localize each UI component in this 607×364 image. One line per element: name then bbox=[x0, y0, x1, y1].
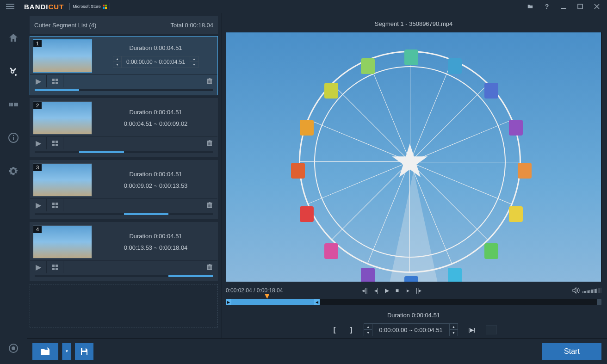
segment-play-button[interactable]: ▶ bbox=[30, 261, 47, 273]
svg-rect-13 bbox=[52, 141, 55, 143]
svg-rect-8 bbox=[13, 135, 14, 136]
segment-list-header: Cutter Segment List (4) Total 0:00:18.04 bbox=[30, 16, 218, 34]
segment-grid-button[interactable] bbox=[47, 261, 63, 273]
minimize-button[interactable] bbox=[555, 0, 572, 13]
next-frame-button[interactable]: ||▸ bbox=[416, 287, 421, 294]
svg-rect-11 bbox=[52, 82, 55, 84]
svg-rect-3 bbox=[11, 103, 13, 106]
svg-rect-7 bbox=[13, 137, 14, 140]
nav-join[interactable] bbox=[7, 98, 20, 111]
record-button[interactable] bbox=[9, 344, 18, 353]
microsoft-logo-icon bbox=[103, 5, 107, 9]
segment-thumbnail[interactable]: 2 bbox=[33, 101, 92, 135]
start-button[interactable]: Start bbox=[542, 343, 601, 360]
nav-cut[interactable] bbox=[7, 65, 20, 78]
segment-play-button[interactable]: ▶ bbox=[30, 199, 47, 211]
svg-rect-14 bbox=[56, 141, 58, 143]
segment-item-1[interactable]: 1 Duration 0:00:04.51 ▲▼ 0:00:00.00 ~ 0:… bbox=[30, 36, 218, 95]
timeline[interactable]: ▶ ◀ bbox=[226, 299, 601, 305]
svg-rect-4 bbox=[14, 103, 16, 106]
range-end-down[interactable]: ▼ bbox=[449, 330, 458, 336]
help-button[interactable]: ? bbox=[539, 0, 555, 13]
svg-rect-0 bbox=[561, 8, 566, 9]
svg-rect-9 bbox=[52, 79, 55, 81]
preview-panel: Segment 1 - 350896790.mp4 0:00:02.04 / 0… bbox=[222, 13, 607, 364]
nav-settings[interactable] bbox=[7, 165, 20, 178]
svg-rect-22 bbox=[56, 265, 58, 267]
segment-delete-button[interactable] bbox=[201, 137, 217, 149]
nav-rail bbox=[0, 13, 27, 364]
segment-placeholder[interactable] bbox=[30, 284, 218, 327]
bottom-bar: ▼ Start bbox=[27, 338, 607, 364]
segment-duration-label: Duration 0:00:04.51 bbox=[387, 312, 440, 319]
svg-rect-27 bbox=[82, 352, 87, 355]
step-back-button[interactable]: ◂| bbox=[374, 287, 378, 294]
svg-rect-23 bbox=[52, 268, 55, 270]
segment-duration: Duration 0:00:04.51 bbox=[129, 109, 182, 116]
segment-thumbnail[interactable]: 3 bbox=[33, 163, 92, 197]
hamburger-menu-icon[interactable] bbox=[2, 0, 19, 13]
segment-item-3[interactable]: 3 Duration 0:00:04.51 0:00:09.02 ~ 0:00:… bbox=[30, 160, 218, 219]
segment-item-4[interactable]: 4 Duration 0:00:04.51 0:00:13.53 ~ 0:00:… bbox=[30, 222, 218, 281]
range-end-handle[interactable]: ◀ bbox=[314, 299, 320, 305]
segment-item-2[interactable]: 2 Duration 0:00:04.51 0:00:04.51 ~ 0:00:… bbox=[30, 98, 218, 157]
range-start-up[interactable]: ▲ bbox=[364, 324, 372, 330]
open-folder-icon[interactable] bbox=[522, 0, 539, 13]
segment-range-text: 0:00:09.02 ~ 0:00:13.53 bbox=[124, 182, 188, 189]
app-logo: BANDICUT bbox=[24, 3, 64, 11]
range-time-input[interactable]: ▲▼ 0:00:00.00 ~ 0:00:04.51 ▲▼ bbox=[364, 323, 458, 336]
svg-rect-5 bbox=[16, 103, 18, 106]
segment-grid-button[interactable] bbox=[47, 199, 63, 211]
step-forward-button[interactable]: |▸ bbox=[405, 287, 409, 294]
end-marker-button[interactable] bbox=[486, 325, 497, 334]
playback-controls: 0:00:02.04 / 0:00:18.04 ◂|| ◂| ▶ ■ |▸ ||… bbox=[226, 282, 601, 296]
segment-play-button[interactable]: ▶ bbox=[30, 137, 47, 149]
preview-title: Segment 1 - 350896790.mp4 bbox=[226, 16, 601, 32]
segment-grid-button[interactable] bbox=[47, 75, 63, 87]
nav-info[interactable] bbox=[7, 131, 20, 144]
save-button[interactable] bbox=[75, 343, 93, 360]
segment-thumbnail[interactable]: 4 bbox=[33, 225, 92, 259]
open-file-dropdown[interactable]: ▼ bbox=[62, 343, 71, 360]
set-start-button[interactable]: [ bbox=[330, 325, 339, 334]
playback-time: 0:00:02.04 / 0:00:18.04 bbox=[226, 287, 283, 294]
close-button[interactable] bbox=[588, 0, 605, 13]
nav-home[interactable] bbox=[7, 31, 20, 44]
range-end-up[interactable]: ▲ bbox=[449, 324, 458, 330]
segment-delete-button[interactable] bbox=[201, 199, 217, 211]
svg-rect-15 bbox=[52, 144, 55, 146]
segment-list-panel: Cutter Segment List (4) Total 0:00:18.04… bbox=[27, 13, 222, 364]
play-segment-button[interactable]: [▶] bbox=[466, 325, 477, 334]
svg-rect-24 bbox=[56, 268, 58, 270]
segment-range-input[interactable]: ▲▼ 0:00:00.00 ~ 0:00:04.51 ▲▼ bbox=[113, 56, 198, 68]
maximize-button[interactable] bbox=[572, 0, 588, 13]
range-start-handle[interactable]: ▶ bbox=[226, 299, 231, 305]
microsoft-store-button[interactable]: Microsoft Store bbox=[69, 3, 110, 10]
svg-rect-2 bbox=[9, 103, 11, 106]
svg-rect-17 bbox=[52, 203, 55, 205]
segment-grid-button[interactable] bbox=[47, 137, 63, 149]
segment-duration: Duration 0:00:04.51 bbox=[129, 171, 182, 178]
svg-rect-10 bbox=[56, 79, 58, 81]
playhead[interactable] bbox=[265, 294, 269, 299]
svg-rect-20 bbox=[56, 206, 58, 208]
play-button[interactable]: ▶ bbox=[385, 287, 389, 294]
prev-frame-button[interactable]: ◂|| bbox=[362, 287, 367, 294]
timeline-endcap bbox=[597, 299, 601, 305]
set-end-button[interactable]: ] bbox=[347, 325, 355, 334]
segment-delete-button[interactable] bbox=[201, 75, 217, 87]
segment-delete-button[interactable] bbox=[201, 261, 217, 273]
open-file-button[interactable] bbox=[32, 343, 58, 360]
svg-rect-12 bbox=[56, 82, 58, 84]
segment-range-text: 0:00:04.51 ~ 0:00:09.02 bbox=[124, 120, 188, 127]
svg-rect-21 bbox=[52, 265, 55, 267]
preview-video[interactable] bbox=[226, 32, 601, 282]
titlebar: BANDICUT Microsoft Store ? bbox=[0, 0, 607, 13]
svg-rect-18 bbox=[56, 203, 58, 205]
range-start-down[interactable]: ▼ bbox=[364, 330, 372, 336]
segment-play-button[interactable]: ▶ bbox=[30, 75, 47, 87]
svg-rect-26 bbox=[82, 348, 86, 351]
segment-thumbnail[interactable]: 1 bbox=[33, 39, 92, 73]
stop-button[interactable]: ■ bbox=[396, 287, 399, 294]
volume-control[interactable] bbox=[572, 287, 601, 294]
